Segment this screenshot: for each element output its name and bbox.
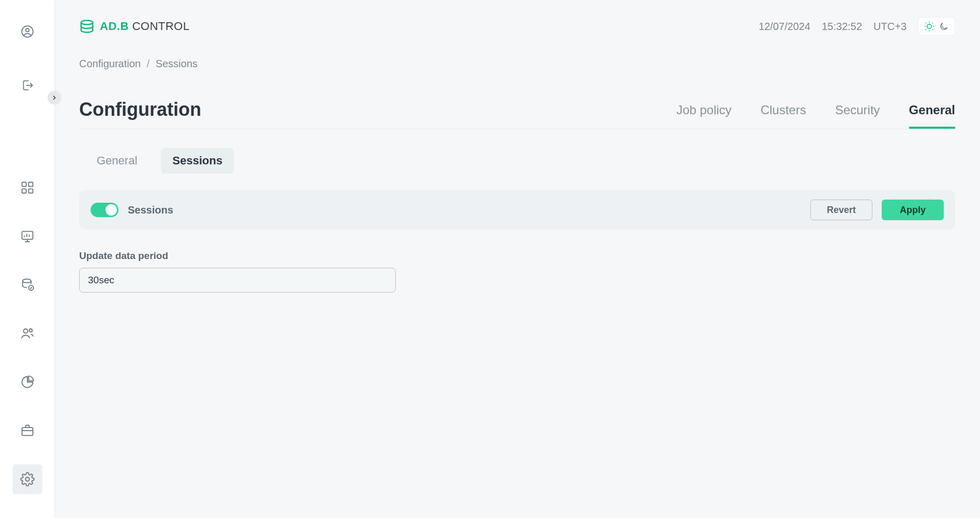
svg-line-25 xyxy=(932,23,933,23)
svg-rect-5 xyxy=(28,189,33,193)
app-logo[interactable]: AD.B CONTROL xyxy=(79,19,189,34)
breadcrumb-sessions: Sessions xyxy=(156,58,198,69)
gear-icon xyxy=(20,472,35,486)
svg-point-17 xyxy=(927,24,931,28)
update-period-field: Update data period xyxy=(79,250,955,293)
breadcrumb-sep: / xyxy=(147,58,150,69)
svg-line-21 xyxy=(932,29,933,30)
breadcrumb: Configuration / Sessions xyxy=(79,58,955,70)
logo-text-suffix: CONTROL xyxy=(132,20,189,33)
subtab-sessions[interactable]: Sessions xyxy=(161,148,234,174)
svg-line-24 xyxy=(926,29,926,30)
user-circle-icon xyxy=(20,24,35,39)
topbar-time: 15:32:52 xyxy=(822,21,862,33)
sidebar-item-logout[interactable] xyxy=(12,70,42,100)
topbar-date: 12/07/2024 xyxy=(759,21,810,33)
logout-icon xyxy=(20,78,35,93)
moon-icon xyxy=(938,21,949,32)
users-icon xyxy=(20,326,35,341)
sessions-toggle-label: Sessions xyxy=(128,204,173,216)
sidebar-item-profile[interactable] xyxy=(12,17,42,47)
svg-point-1 xyxy=(25,28,29,32)
sessions-toggle[interactable] xyxy=(91,203,118,217)
sidebar xyxy=(0,0,54,518)
svg-rect-11 xyxy=(22,428,33,435)
tab-job-policy[interactable]: Job policy xyxy=(676,103,732,129)
grid-icon xyxy=(20,180,35,195)
sidebar-item-jobs[interactable] xyxy=(12,416,42,446)
sidebar-item-dashboard[interactable] xyxy=(12,173,42,203)
page-header: Configuration Job policy Clusters Securi… xyxy=(79,99,955,129)
briefcase-icon xyxy=(20,423,35,438)
logo-icon xyxy=(79,19,95,34)
svg-rect-4 xyxy=(22,189,26,193)
svg-point-12 xyxy=(25,477,29,481)
top-tabs: Job policy Clusters Security General xyxy=(676,103,955,129)
page-title: Configuration xyxy=(79,99,201,129)
database-check-icon xyxy=(20,278,35,292)
sub-tabs: General Sessions xyxy=(79,148,955,174)
topbar-timezone: UTC+3 xyxy=(873,21,907,33)
svg-point-10 xyxy=(29,329,32,332)
svg-rect-3 xyxy=(28,182,33,187)
svg-rect-6 xyxy=(22,232,33,239)
revert-button[interactable]: Revert xyxy=(810,200,872,220)
topbar: AD.B CONTROL 12/07/2024 15:32:52 UTC+3 xyxy=(79,13,955,39)
sidebar-item-monitoring[interactable] xyxy=(12,221,42,251)
subtab-general[interactable]: General xyxy=(85,148,149,174)
update-period-input[interactable] xyxy=(79,268,396,293)
breadcrumb-configuration[interactable]: Configuration xyxy=(79,58,141,69)
logo-text-prefix: AD.B xyxy=(100,20,129,33)
tab-clusters[interactable]: Clusters xyxy=(761,103,806,129)
tab-general[interactable]: General xyxy=(909,103,955,129)
sun-icon xyxy=(924,21,935,32)
svg-line-20 xyxy=(926,23,926,23)
svg-rect-2 xyxy=(22,182,26,187)
svg-point-16 xyxy=(81,21,93,25)
sidebar-item-analytics[interactable] xyxy=(12,367,42,397)
sidebar-item-users[interactable] xyxy=(12,318,42,348)
sidebar-item-database[interactable] xyxy=(12,270,42,300)
toggle-knob xyxy=(106,204,117,216)
pie-chart-icon xyxy=(20,375,35,389)
sessions-toggle-bar: Sessions Revert Apply xyxy=(79,190,955,230)
svg-point-9 xyxy=(23,329,27,333)
monitor-chart-icon xyxy=(20,229,35,243)
main-content: AD.B CONTROL 12/07/2024 15:32:52 UTC+3 C… xyxy=(54,0,980,518)
theme-toggle[interactable] xyxy=(918,17,955,36)
tab-security[interactable]: Security xyxy=(835,103,880,129)
update-period-label: Update data period xyxy=(79,250,955,262)
apply-button[interactable]: Apply xyxy=(882,200,944,220)
sidebar-item-configuration[interactable] xyxy=(12,464,42,494)
svg-point-7 xyxy=(22,279,31,283)
sidebar-item-info[interactable] xyxy=(12,513,42,518)
